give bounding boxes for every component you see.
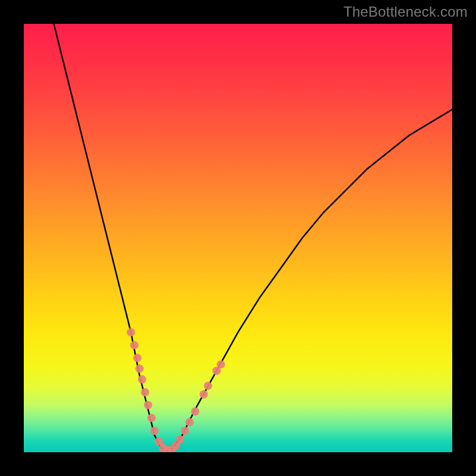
data-point: [135, 365, 143, 373]
chart-frame: TheBottleneck.com: [0, 0, 476, 476]
marker-layer: [127, 328, 225, 452]
curve-layer: [54, 24, 452, 452]
watermark-text: TheBottleneck.com: [343, 4, 468, 20]
chart-svg: [24, 24, 452, 452]
data-point: [199, 390, 208, 399]
data-point: [133, 354, 142, 362]
data-point: [191, 408, 199, 416]
data-point: [217, 360, 225, 368]
data-point: [181, 427, 189, 435]
data-point: [151, 427, 159, 435]
plot-area: [24, 24, 452, 452]
bottleneck-curve-path: [54, 24, 452, 452]
data-point: [148, 414, 156, 422]
data-point: [127, 328, 135, 336]
data-point: [130, 341, 139, 349]
data-point: [204, 381, 212, 390]
data-point: [144, 401, 152, 409]
data-point: [176, 435, 184, 443]
data-point: [141, 388, 149, 396]
data-point: [138, 375, 146, 384]
data-point: [186, 418, 194, 427]
